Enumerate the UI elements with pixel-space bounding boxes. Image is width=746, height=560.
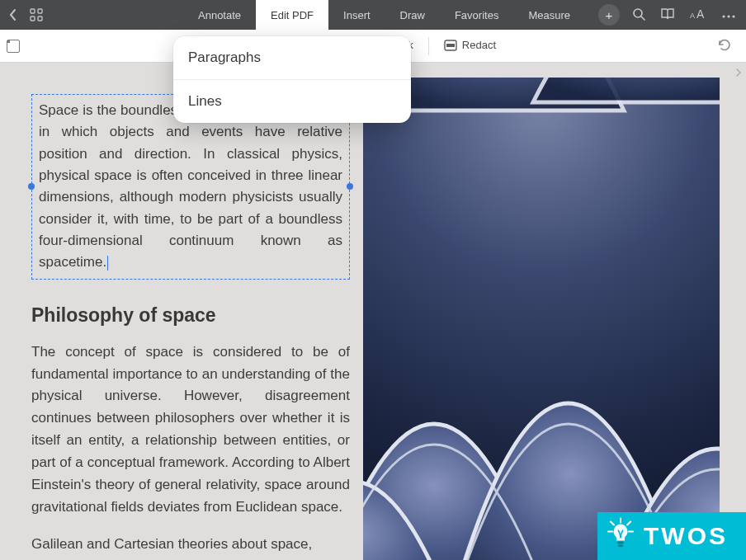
resize-handle-left[interactable] bbox=[28, 183, 35, 190]
resize-handle-right[interactable] bbox=[347, 183, 353, 190]
tab-edit-pdf[interactable]: Edit PDF bbox=[256, 0, 328, 30]
grid-icon bbox=[30, 8, 43, 21]
svg-line-17 bbox=[627, 522, 630, 525]
tab-measure[interactable]: Measure bbox=[513, 0, 585, 30]
selection-mode-button[interactable] bbox=[0, 40, 20, 53]
next-page-chevron[interactable] bbox=[734, 68, 743, 80]
dropdown-item-paragraphs[interactable]: Paragraphs bbox=[173, 36, 411, 79]
document-text-column: Space is the boundless three-dimensional… bbox=[31, 94, 350, 555]
undo-button[interactable] bbox=[716, 37, 733, 55]
svg-text:A: A bbox=[690, 12, 695, 20]
chevron-left-icon bbox=[8, 8, 18, 21]
redact-icon bbox=[444, 40, 457, 51]
more-button[interactable] bbox=[721, 9, 736, 21]
svg-point-9 bbox=[727, 15, 729, 17]
svg-rect-3 bbox=[38, 16, 42, 21]
document-paragraph-1[interactable]: The concept of space is considered to be… bbox=[31, 341, 350, 519]
undo-icon bbox=[716, 37, 733, 52]
back-button[interactable] bbox=[8, 8, 18, 21]
chevron-right-icon bbox=[734, 68, 743, 78]
tab-draw[interactable]: Draw bbox=[385, 0, 440, 30]
text-tool-dropdown: Paragraphs Lines bbox=[173, 36, 411, 123]
svg-point-8 bbox=[722, 15, 725, 17]
text-caret bbox=[107, 256, 108, 271]
thumbnails-button[interactable] bbox=[30, 8, 43, 21]
toolbar-divider bbox=[428, 37, 429, 55]
svg-rect-14 bbox=[446, 44, 455, 47]
svg-line-16 bbox=[611, 522, 614, 525]
watermark-label: TWOS bbox=[644, 522, 728, 550]
document-heading[interactable]: Philosophy of space bbox=[31, 304, 350, 327]
selection-box-icon bbox=[7, 40, 20, 53]
dropdown-item-lines[interactable]: Lines bbox=[173, 79, 411, 123]
svg-line-5 bbox=[641, 16, 644, 20]
topbar-left-group bbox=[0, 8, 43, 21]
watermark-badge: TWOS bbox=[597, 512, 746, 560]
book-icon bbox=[660, 7, 675, 21]
redact-tool-label: Redact bbox=[462, 39, 496, 51]
document-canvas[interactable]: Space is the boundless three-dimensional… bbox=[0, 63, 746, 560]
document-image bbox=[363, 78, 720, 560]
search-button[interactable] bbox=[632, 7, 645, 23]
reader-view-button[interactable] bbox=[660, 7, 675, 23]
lightbulb-icon bbox=[606, 517, 635, 556]
add-tab-button[interactable]: + bbox=[598, 4, 620, 26]
tab-annotate[interactable]: Annotate bbox=[183, 0, 256, 30]
topbar-right-group: AA bbox=[632, 7, 746, 23]
svg-rect-1 bbox=[38, 9, 42, 13]
selected-paragraph-text[interactable]: Space is the boundless three-dimensional… bbox=[39, 102, 342, 270]
top-toolbar: Annotate Edit PDF Insert Draw Favorites … bbox=[0, 0, 746, 30]
svg-rect-20 bbox=[617, 542, 624, 544]
svg-text:A: A bbox=[696, 8, 705, 20]
font-size-icon: AA bbox=[690, 8, 706, 20]
more-horizontal-icon bbox=[721, 14, 736, 19]
svg-rect-2 bbox=[31, 16, 35, 21]
mode-tabs: Annotate Edit PDF Insert Draw Favorites … bbox=[183, 0, 620, 30]
tab-favorites[interactable]: Favorites bbox=[440, 0, 513, 30]
text-size-button[interactable]: AA bbox=[690, 8, 706, 22]
tab-insert[interactable]: Insert bbox=[328, 0, 385, 30]
svg-point-10 bbox=[732, 15, 734, 17]
search-icon bbox=[632, 7, 645, 21]
redact-tool[interactable]: Redact bbox=[434, 30, 506, 62]
document-paragraph-2[interactable]: Galilean and Cartesian theories about sp… bbox=[31, 534, 350, 556]
svg-rect-21 bbox=[618, 545, 623, 548]
svg-rect-0 bbox=[31, 9, 35, 13]
